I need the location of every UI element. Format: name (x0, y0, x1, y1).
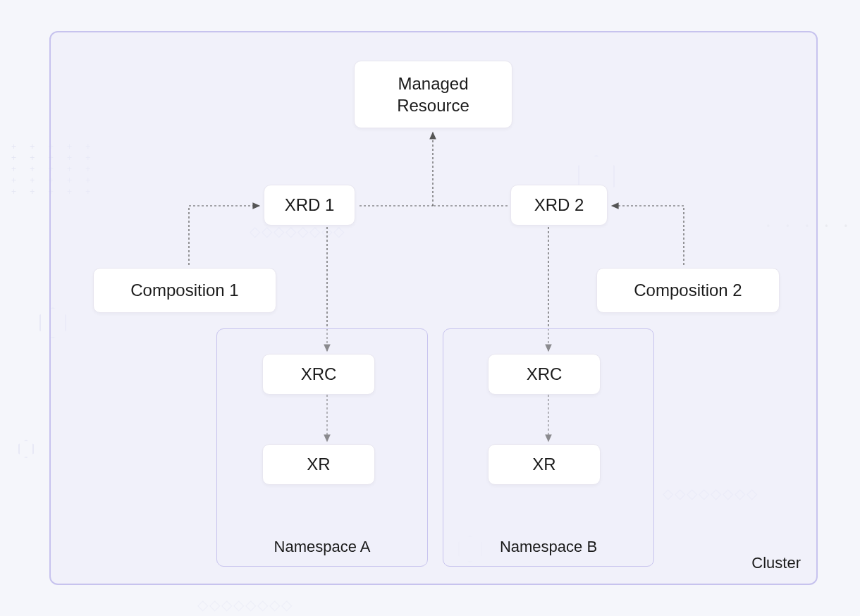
xr-b-box: XR (488, 444, 601, 485)
bg-diamonds-deco: ◇◇◇◇◇◇◇◇ (197, 596, 293, 613)
xrc-b-box: XRC (488, 354, 601, 395)
bg-hexagon-deco (18, 440, 34, 458)
xrd-2-box: XRD 2 (510, 185, 608, 226)
xrc-a-box: XRC (262, 354, 375, 395)
xrd-1-box: XRD 1 (264, 185, 355, 226)
namespace-b-label: Namespace B (443, 538, 653, 556)
managed-resource-box: Managed Resource (354, 61, 512, 128)
composition-1-box: Composition 1 (93, 268, 276, 313)
cluster-container: Cluster Managed Resource XRD 1 XRD 2 (49, 31, 818, 585)
composition-2-box: Composition 2 (596, 268, 780, 313)
namespace-a-label: Namespace A (217, 538, 427, 556)
xr-a-box: XR (262, 444, 375, 485)
cluster-label: Cluster (751, 554, 801, 572)
